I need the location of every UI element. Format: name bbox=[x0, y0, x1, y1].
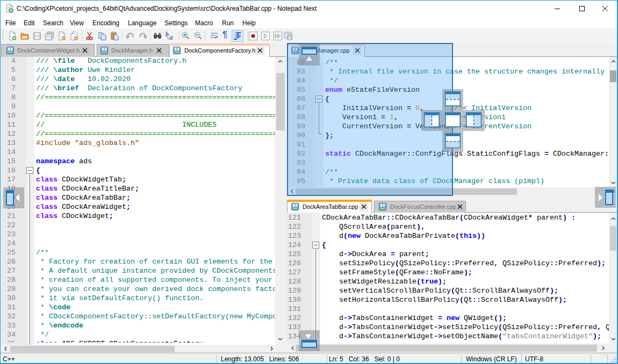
svg-text:b: b bbox=[166, 31, 169, 38]
svg-text:a: a bbox=[169, 33, 173, 41]
